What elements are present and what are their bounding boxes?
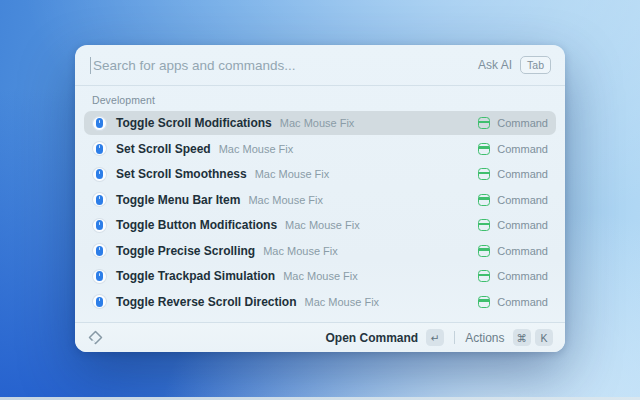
actions-button[interactable]: Actions <box>465 331 504 345</box>
tab-key-badge: Tab <box>520 56 551 75</box>
list-item[interactable]: Toggle Reverse Scroll Direction Mac Mous… <box>84 290 556 314</box>
search-bar: Ask AI Tab <box>75 45 565 86</box>
command-subtitle: Mac Mouse Fix <box>219 143 294 155</box>
mouse-app-icon <box>92 243 107 258</box>
command-type-label: Command <box>497 194 548 206</box>
mouse-app-icon <box>92 294 107 309</box>
command-subtitle: Mac Mouse Fix <box>280 117 355 129</box>
command-type-label: Command <box>497 143 548 155</box>
command-title: Toggle Menu Bar Item <box>116 193 240 207</box>
command-type-label: Command <box>497 117 548 129</box>
command-title: Toggle Reverse Scroll Direction <box>116 295 297 309</box>
mouse-app-icon <box>92 218 107 233</box>
command-type-icon <box>478 194 490 206</box>
list-item[interactable]: Set Scroll Smoothness Mac Mouse Fix Comm… <box>84 162 556 186</box>
command-type-icon <box>478 296 490 308</box>
launcher-window: Ask AI Tab Development Toggle Scroll Mod… <box>75 45 565 352</box>
cmd-key-badge: ⌘ <box>513 329 532 346</box>
command-title: Set Scroll Smoothness <box>116 167 247 181</box>
list-item[interactable]: Toggle Button Modifications Mac Mouse Fi… <box>84 213 556 237</box>
command-title: Toggle Trackpad Simulation <box>116 269 275 283</box>
command-title: Toggle Button Modifications <box>116 218 277 232</box>
command-type-label: Command <box>497 296 548 308</box>
command-type-label: Command <box>497 270 548 282</box>
command-subtitle: Mac Mouse Fix <box>248 194 323 206</box>
list-item[interactable]: Set Scroll Speed Mac Mouse Fix Command <box>84 137 556 161</box>
mouse-app-icon <box>92 192 107 207</box>
return-key-badge: ↵ <box>426 329 444 346</box>
list-item[interactable]: Toggle Trackpad Simulation Mac Mouse Fix… <box>84 264 556 288</box>
section-header-development: Development <box>84 86 556 111</box>
command-title: Toggle Scroll Modifications <box>116 116 272 130</box>
command-subtitle: Mac Mouse Fix <box>263 245 338 257</box>
command-title: Set Scroll Speed <box>116 142 211 156</box>
command-type-icon <box>478 219 490 231</box>
ask-ai-label[interactable]: Ask AI <box>478 58 512 72</box>
desktop-background: Ask AI Tab Development Toggle Scroll Mod… <box>0 0 640 400</box>
k-key-badge: K <box>535 329 553 346</box>
mouse-app-icon <box>92 116 107 131</box>
results-list: Development Toggle Scroll Modifications … <box>75 86 565 322</box>
command-title: Toggle Precise Scrolling <box>116 244 255 258</box>
command-type-label: Command <box>497 245 548 257</box>
list-item[interactable]: Toggle Precise Scrolling Mac Mouse Fix C… <box>84 239 556 263</box>
command-subtitle: Mac Mouse Fix <box>283 270 358 282</box>
mouse-app-icon <box>92 167 107 182</box>
raycast-logo-icon <box>88 330 103 345</box>
command-type-icon <box>478 117 490 129</box>
section-header-favorites: Favorites <box>84 315 556 322</box>
command-type-label: Command <box>497 168 548 180</box>
list-item[interactable]: Toggle Menu Bar Item Mac Mouse Fix Comma… <box>84 188 556 212</box>
command-subtitle: Mac Mouse Fix <box>305 296 380 308</box>
footer-divider <box>454 331 455 344</box>
mouse-app-icon <box>92 141 107 156</box>
command-type-icon <box>478 143 490 155</box>
command-type-label: Command <box>497 219 548 231</box>
search-input[interactable] <box>93 58 478 73</box>
mouse-app-icon <box>92 269 107 284</box>
command-type-icon <box>478 245 490 257</box>
text-caret <box>90 57 91 74</box>
list-item[interactable]: Toggle Scroll Modifications Mac Mouse Fi… <box>84 111 556 135</box>
command-subtitle: Mac Mouse Fix <box>255 168 330 180</box>
command-type-icon <box>478 270 490 282</box>
open-command-button[interactable]: Open Command <box>325 331 418 345</box>
command-subtitle: Mac Mouse Fix <box>285 219 360 231</box>
footer-bar: Open Command ↵ Actions ⌘ K <box>75 322 565 352</box>
command-type-icon <box>478 168 490 180</box>
